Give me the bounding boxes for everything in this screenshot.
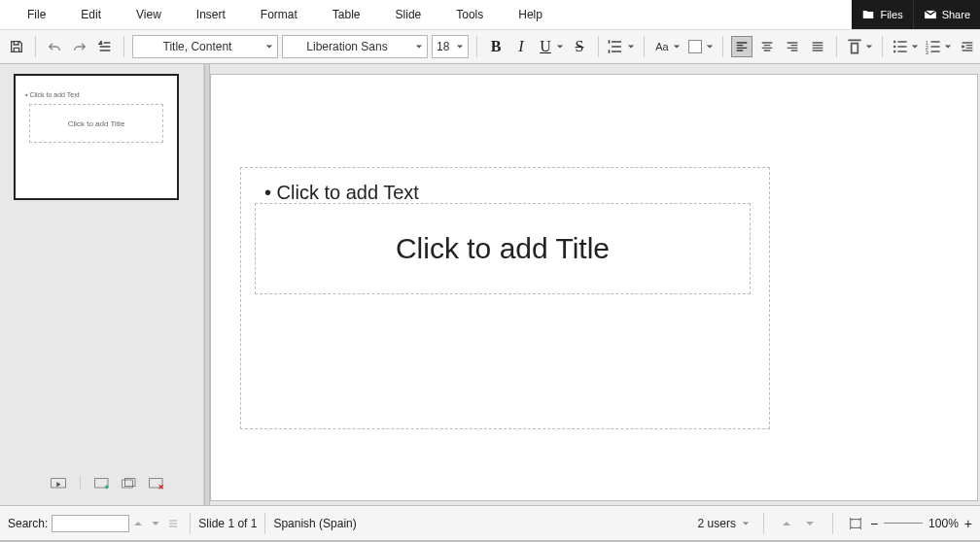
font-color-button[interactable] xyxy=(685,36,715,57)
zoom-slider[interactable]: − xyxy=(870,516,923,531)
spacing-button[interactable] xyxy=(607,36,636,57)
undo-button[interactable] xyxy=(44,36,65,57)
zoom-track[interactable] xyxy=(884,523,923,524)
indent-icon xyxy=(960,39,975,54)
svg-point-2 xyxy=(893,51,896,53)
search-label: Search: xyxy=(8,517,48,530)
new-slide-icon xyxy=(94,476,110,491)
search-prev-button[interactable] xyxy=(129,515,147,532)
redo-icon xyxy=(72,39,88,54)
workspace: Click to add Text Click to add Title Cli… xyxy=(0,64,980,505)
files-label: Files xyxy=(880,9,902,20)
strike-button[interactable]: S xyxy=(569,36,590,57)
separator xyxy=(35,36,36,57)
canvas-area[interactable]: Click to add Text Click to add Title xyxy=(210,64,980,505)
thumb-title-box: Click to add Title xyxy=(29,104,163,143)
new-slide-button[interactable] xyxy=(92,476,112,491)
share-button[interactable]: Share xyxy=(914,0,980,29)
language-indicator[interactable]: Spanish (Spain) xyxy=(273,517,356,530)
number-list-icon: 123 xyxy=(924,36,943,57)
chevron-up-icon xyxy=(782,519,791,528)
fit-icon xyxy=(849,517,862,530)
menu-file[interactable]: File xyxy=(10,8,63,21)
slide-count: Slide 1 of 1 xyxy=(198,517,257,530)
undo-icon xyxy=(47,39,62,54)
chevron-down-icon xyxy=(705,43,715,51)
number-list-button[interactable]: 123 xyxy=(924,36,953,57)
italic-icon: I xyxy=(518,38,523,55)
menu-help[interactable]: Help xyxy=(501,8,560,21)
valign-button[interactable] xyxy=(845,36,874,57)
search-input[interactable] xyxy=(52,515,129,532)
case-icon: Aa xyxy=(652,36,672,57)
layout-combo[interactable]: Title, Content xyxy=(132,35,278,58)
search-next-button[interactable] xyxy=(147,515,164,532)
separator xyxy=(644,36,645,57)
menu-tools[interactable]: Tools xyxy=(438,8,501,21)
italic-button[interactable]: I xyxy=(510,36,532,57)
menu-insert[interactable]: Insert xyxy=(179,8,243,21)
chevron-up-icon xyxy=(133,519,143,528)
bullet-list-icon xyxy=(891,36,910,57)
font-size-combo[interactable]: 18 xyxy=(432,35,469,58)
menu-table[interactable]: Table xyxy=(315,8,378,21)
duplicate-slide-button[interactable] xyxy=(120,476,139,491)
title-placeholder-text: Click to add Title xyxy=(396,232,610,265)
chevron-down-icon xyxy=(672,43,682,51)
zoom-out-button[interactable]: − xyxy=(870,516,878,531)
next-slide-button[interactable] xyxy=(801,515,819,532)
svg-point-1 xyxy=(893,46,896,49)
font-combo[interactable]: Liberation Sans xyxy=(282,35,428,58)
save-icon xyxy=(9,39,24,54)
bold-button[interactable]: B xyxy=(485,36,507,57)
share-label: Share xyxy=(942,9,970,20)
slide-1[interactable]: Click to add Text Click to add Title xyxy=(210,74,978,501)
chevron-down-icon xyxy=(411,43,427,51)
files-button[interactable]: Files xyxy=(852,0,913,29)
chevron-down-icon xyxy=(910,43,920,51)
separator xyxy=(476,36,477,57)
delete-slide-button[interactable] xyxy=(147,476,166,491)
underline-icon: U xyxy=(536,36,555,57)
layout-value: Title, Content xyxy=(133,40,262,53)
svg-point-0 xyxy=(893,41,896,44)
zoom-value[interactable]: 100% xyxy=(928,517,959,530)
menu-view[interactable]: View xyxy=(119,8,179,21)
chevron-down-icon xyxy=(262,43,277,51)
increase-indent-button[interactable] xyxy=(957,36,978,57)
search-options-button[interactable] xyxy=(164,515,182,532)
font-value: Liberation Sans xyxy=(283,40,411,53)
chevron-down-icon xyxy=(452,43,468,51)
view-mode-bar xyxy=(14,476,190,495)
chevron-down-icon xyxy=(742,520,750,527)
menu-format[interactable]: Format xyxy=(243,8,315,21)
align-right-icon xyxy=(785,39,800,54)
users-count[interactable]: 2 users xyxy=(698,517,736,530)
align-center-icon xyxy=(759,39,775,54)
zoom-in-button[interactable]: + xyxy=(964,516,972,531)
align-justify-button[interactable] xyxy=(807,36,828,57)
fit-slide-button[interactable] xyxy=(847,515,864,532)
align-left-button[interactable] xyxy=(731,36,752,57)
menu-slide[interactable]: Slide xyxy=(378,8,439,21)
title-placeholder[interactable]: Click to add Title xyxy=(255,203,751,294)
slide-thumbnail-1[interactable]: Click to add Text Click to add Title xyxy=(14,74,179,200)
separator xyxy=(763,513,764,534)
duplicate-slide-icon xyxy=(122,476,137,491)
bullet-list-button[interactable] xyxy=(891,36,920,57)
align-right-button[interactable] xyxy=(782,36,803,57)
svg-text:3: 3 xyxy=(926,50,928,55)
underline-button[interactable]: U xyxy=(536,36,565,57)
svg-rect-11 xyxy=(851,519,861,527)
menu-edit[interactable]: Edit xyxy=(63,8,119,21)
chevron-down-icon xyxy=(943,43,953,51)
separator xyxy=(832,513,833,534)
redo-button[interactable] xyxy=(69,36,90,57)
align-center-button[interactable] xyxy=(756,36,778,57)
prev-slide-button[interactable] xyxy=(778,515,795,532)
case-button[interactable]: Aa xyxy=(652,36,682,57)
normal-view-button[interactable] xyxy=(49,476,68,491)
save-button[interactable] xyxy=(6,36,27,57)
separator xyxy=(123,36,124,57)
outline-button[interactable] xyxy=(94,36,116,57)
